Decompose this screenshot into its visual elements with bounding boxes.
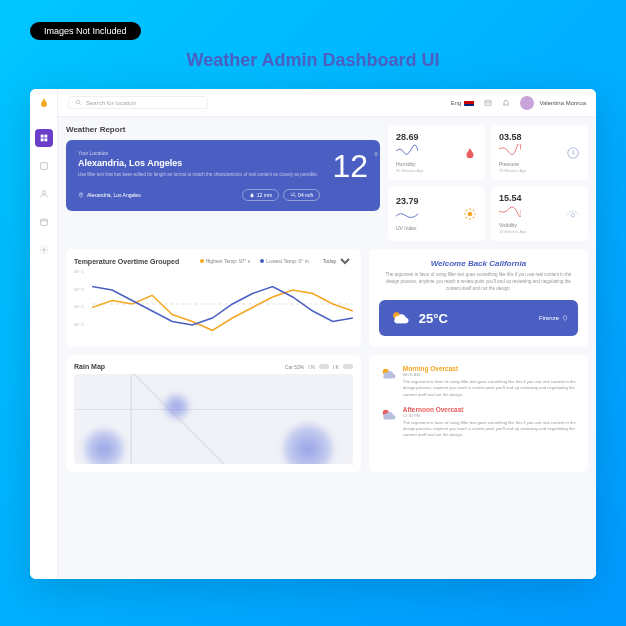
map-controls: Car 53% I N I K (285, 364, 353, 370)
rain-pill: 12 mm (242, 189, 279, 201)
metric-time: 20 Minutes Ago (499, 168, 561, 173)
pin-icon (78, 192, 84, 198)
svg-rect-1 (44, 135, 47, 138)
nav-settings[interactable] (35, 241, 53, 259)
forecast-item: Afternoon Overcast 12:30 PM The argument… (379, 406, 578, 439)
metric-label: Humidity (396, 161, 458, 167)
images-not-included-badge: Images Not Included (30, 22, 141, 40)
sidebar (30, 89, 58, 579)
metric-time: 35 Minutes Ago (396, 168, 458, 173)
footer-location[interactable]: Alexandria, Los Angeles (78, 192, 141, 198)
rain-map-card: Rain Map Car 53% I N I K (66, 355, 361, 472)
chart-period-select[interactable]: Today (319, 257, 353, 265)
legend-highest: Highest Temp: 97° s (200, 258, 251, 264)
mail-icon[interactable] (484, 99, 492, 107)
metric-uvindex: 23.79 UV Index (388, 186, 485, 241)
svg-rect-3 (44, 138, 47, 141)
wind-icon (290, 192, 296, 198)
metric-value: 23.79 (396, 196, 458, 206)
flag-icon (464, 99, 474, 106)
svg-point-7 (42, 249, 45, 252)
chart-title: Temperature Overtime Grouped (74, 258, 179, 265)
weather-hero-card: Your Location Alexandria, Los Angeles Us… (66, 140, 380, 211)
metric-pressure: 03.58 Pressure 20 Minutes Ago (491, 125, 588, 180)
welcome-card: Welcome Back California The argument in … (369, 249, 588, 347)
metrics-grid: 28.69 Humidity 35 Minutes Ago 03.58 Pres… (388, 125, 588, 241)
welcome-temperature: 25°C (419, 311, 448, 326)
svg-point-10 (81, 194, 82, 195)
morning-overcast-icon (379, 365, 397, 383)
forecast-time: 12:30 PM (403, 413, 578, 418)
forecast-title: Morning Overcast (403, 365, 578, 372)
user-menu[interactable]: Valentina Monroa (520, 96, 586, 110)
forecast-item: Morning Overcast 08:05 AM The argument i… (379, 365, 578, 398)
forecast-description: The argument in favor of using filler te… (403, 379, 578, 398)
metric-value: 28.69 (396, 132, 458, 142)
chart-body: 60° C 50° C 40° C 30° C (74, 269, 353, 339)
map-toggle-2[interactable] (343, 364, 353, 369)
dashboard-window: Search for location Eng Valentina Monroa… (30, 89, 596, 579)
droplet-icon (249, 192, 255, 198)
partly-cloudy-icon (389, 308, 409, 328)
language-selector[interactable]: Eng (451, 99, 475, 106)
forecast-title: Afternoon Overcast (403, 406, 578, 413)
metric-label: UV Index (396, 225, 458, 231)
sparkline (396, 208, 418, 220)
sun-icon (463, 207, 477, 221)
your-location-label: Your Location (78, 150, 320, 156)
svg-rect-4 (40, 163, 47, 170)
avatar (520, 96, 534, 110)
search-placeholder: Search for location (86, 100, 136, 106)
temperature-chart-card: Temperature Overtime Grouped Highest Tem… (66, 249, 361, 347)
page-title: Weather Admin Dashboard UI (30, 50, 596, 71)
forecast-description: The argument in favor of using filler te… (403, 420, 578, 439)
svg-point-5 (42, 191, 45, 194)
welcome-description: The argument in favor of using filler te… (379, 272, 578, 292)
topbar: Search for location Eng Valentina Monroa (58, 89, 596, 117)
metric-visibility: 15.54 Visibility 10 Minutes Ago (491, 186, 588, 241)
sparkline (396, 144, 418, 156)
pin-icon (562, 315, 568, 321)
app-logo-icon (38, 97, 50, 109)
metric-label: Visibility (499, 222, 561, 228)
nav-users[interactable] (35, 185, 53, 203)
clock-icon (566, 146, 580, 160)
metric-value: 03.58 (499, 132, 561, 142)
wind-pill: 04 m/h (283, 189, 320, 201)
nav-home[interactable] (35, 129, 53, 147)
map-title: Rain Map (74, 363, 105, 370)
metric-value: 15.54 (499, 193, 561, 203)
hero-location: Alexandria, Los Angeles (78, 158, 320, 168)
svg-rect-2 (40, 138, 43, 141)
search-icon (75, 99, 82, 106)
sparkline (499, 205, 521, 217)
svg-point-13 (571, 213, 575, 217)
forecast-time: 08:05 AM (403, 372, 578, 377)
hero-description: Use filler text that has been edited for… (78, 172, 320, 179)
hero-temperature: 12° (332, 150, 368, 182)
weather-report-title: Weather Report (66, 125, 380, 134)
welcome-city: Firenze (539, 315, 568, 321)
svg-point-12 (468, 211, 473, 216)
rain-map[interactable] (74, 374, 353, 464)
bell-icon[interactable] (502, 99, 510, 107)
sparkline (499, 144, 521, 156)
humidity-icon (463, 146, 477, 160)
nav-reports[interactable] (35, 157, 53, 175)
main-content: Search for location Eng Valentina Monroa… (58, 89, 596, 579)
user-name: Valentina Monroa (539, 100, 586, 106)
metric-humidity: 28.69 Humidity 35 Minutes Ago (388, 125, 485, 180)
nav-calendar[interactable] (35, 213, 53, 231)
svg-rect-6 (40, 219, 47, 225)
weather-report-section: Weather Report Your Location Alexandria,… (66, 125, 380, 241)
welcome-title: Welcome Back California (379, 259, 578, 268)
metric-label: Pressure (499, 161, 561, 167)
map-toggle-1[interactable] (319, 364, 329, 369)
afternoon-overcast-icon (379, 406, 397, 424)
metric-time: 10 Minutes Ago (499, 229, 561, 234)
visibility-icon (566, 207, 580, 221)
welcome-weather-widget: 25°C Firenze (379, 300, 578, 336)
search-input[interactable]: Search for location (68, 96, 208, 109)
legend-lowest: Lowest Temp: 0° m (260, 258, 308, 264)
svg-point-8 (76, 100, 80, 104)
